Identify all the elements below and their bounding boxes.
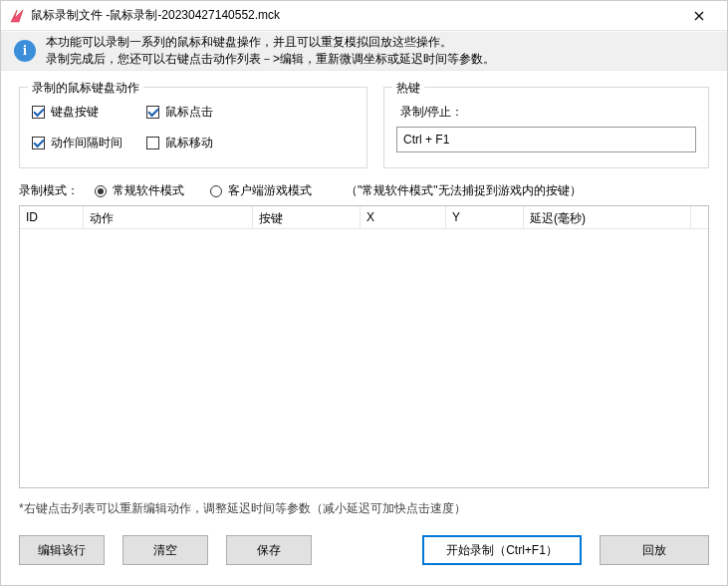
radio-icon	[95, 185, 107, 197]
table-header: ID动作按键XY延迟(毫秒)	[20, 206, 708, 229]
info-line2: 录制完成后，您还可以右键点击动作列表－>编辑，重新微调坐标或延迟时间等参数。	[46, 51, 495, 68]
table-column-header[interactable]: X	[361, 206, 446, 228]
app-window: 鼠标录制文件 -鼠标录制-20230427140552.mck i 本功能可以录…	[0, 0, 728, 586]
radio-label: 常规软件模式	[113, 182, 184, 199]
close-button[interactable]	[679, 1, 719, 30]
app-icon	[9, 8, 25, 24]
hotkey-legend: 热键	[392, 80, 424, 97]
window-title: 鼠标录制文件 -鼠标录制-20230427140552.mck	[31, 7, 679, 24]
mode-label: 录制模式：	[19, 182, 79, 199]
action-table[interactable]: ID动作按键XY延迟(毫秒)	[19, 205, 709, 488]
content-area: 录制的鼠标键盘动作 键盘按键 鼠标点击 动作间隔时间	[1, 71, 727, 585]
mode-hint: （"常规软件模式"无法捕捉到游戏内的按键）	[346, 182, 582, 199]
table-column-header[interactable]: 按键	[253, 206, 361, 228]
checkbox-mouse-click[interactable]: 鼠标点击	[146, 104, 213, 121]
hotkey-input[interactable]	[396, 127, 696, 152]
checkbox-mouse-move[interactable]: 鼠标移动	[146, 135, 213, 151]
save-button[interactable]: 保存	[226, 535, 312, 565]
table-column-header[interactable]: 延迟(毫秒)	[524, 206, 691, 228]
table-column-header[interactable]: 动作	[84, 206, 253, 228]
hotkey-group: 热键 录制/停止：	[383, 87, 709, 168]
hotkey-label: 录制/停止：	[400, 104, 696, 121]
radio-normal-mode[interactable]: 常规软件模式	[95, 182, 184, 199]
checkbox-label: 鼠标移动	[165, 135, 213, 151]
mode-row: 录制模式： 常规软件模式 客户端游戏模式 （"常规软件模式"无法捕捉到游戏内的按…	[19, 182, 709, 199]
radio-icon	[210, 185, 222, 197]
footnote: *右键点击列表可以重新编辑动作，调整延迟时间等参数（减小延迟可加快点击速度）	[19, 500, 709, 517]
info-strip: i 本功能可以录制一系列的鼠标和键盘操作，并且可以重复模拟回放这些操作。 录制完…	[1, 31, 727, 71]
checkbox-label: 鼠标点击	[165, 104, 213, 121]
record-options-group: 录制的鼠标键盘动作 键盘按键 鼠标点击 动作间隔时间	[19, 87, 367, 168]
clear-button[interactable]: 清空	[122, 535, 208, 565]
start-record-button[interactable]: 开始录制（Ctrl+F1）	[422, 535, 582, 565]
checkbox-interval[interactable]: 动作间隔时间	[32, 135, 122, 151]
checkbox-keyboard[interactable]: 键盘按键	[32, 104, 99, 121]
checkbox-icon	[32, 137, 45, 149]
info-icon: i	[14, 40, 36, 62]
checkbox-icon	[32, 106, 45, 119]
checkbox-icon	[146, 137, 159, 149]
record-options-legend: 录制的鼠标键盘动作	[28, 80, 143, 97]
table-column-header[interactable]: ID	[20, 206, 84, 228]
button-bar: 编辑该行 清空 保存 开始录制（Ctrl+F1） 回放	[19, 535, 709, 565]
table-column-header[interactable]: Y	[446, 206, 524, 228]
edit-row-button[interactable]: 编辑该行	[19, 535, 105, 565]
checkbox-label: 动作间隔时间	[51, 135, 122, 151]
info-text: 本功能可以录制一系列的鼠标和键盘操作，并且可以重复模拟回放这些操作。 录制完成后…	[46, 34, 495, 68]
titlebar: 鼠标录制文件 -鼠标录制-20230427140552.mck	[1, 1, 727, 31]
checkbox-label: 键盘按键	[51, 104, 99, 121]
info-line1: 本功能可以录制一系列的鼠标和键盘操作，并且可以重复模拟回放这些操作。	[46, 34, 495, 51]
radio-game-mode[interactable]: 客户端游戏模式	[210, 182, 312, 199]
radio-label: 客户端游戏模式	[228, 182, 312, 199]
checkbox-icon	[146, 106, 159, 119]
replay-button[interactable]: 回放	[600, 535, 709, 565]
table-body[interactable]	[20, 229, 708, 487]
